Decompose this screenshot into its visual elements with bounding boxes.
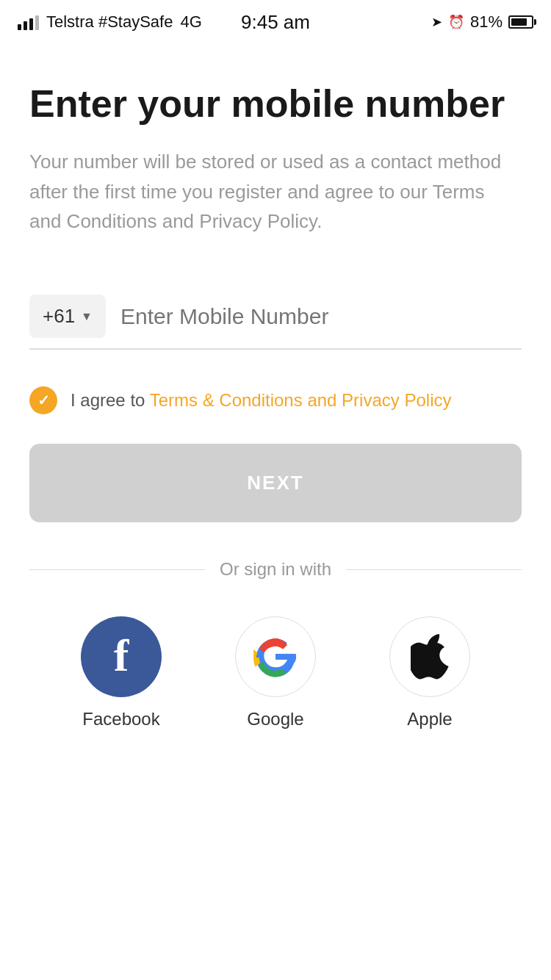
terms-text: I agree to Terms & Conditions and Privac… [71, 388, 451, 413]
google-signin-button[interactable]: Google [235, 616, 316, 729]
network-label: 4G [180, 12, 201, 32]
apple-icon [389, 616, 470, 697]
divider-text: Or sign in with [220, 559, 331, 580]
next-button[interactable]: NEXT [29, 444, 522, 522]
apple-signin-button[interactable]: Apple [389, 616, 470, 729]
terms-row: ✓ I agree to Terms & Conditions and Priv… [29, 386, 522, 414]
phone-number-input[interactable] [106, 295, 522, 338]
location-icon: ➤ [431, 14, 442, 30]
page-title: Enter your mobile number [29, 81, 522, 126]
main-content: Enter your mobile number Your number wil… [0, 44, 551, 759]
status-time: 9:45 am [241, 11, 310, 34]
status-bar: Telstra #StaySafe 4G 9:45 am ➤ ⏰ 81% [0, 0, 551, 44]
google-icon [235, 616, 316, 697]
status-left: Telstra #StaySafe 4G [18, 12, 202, 32]
chevron-down-icon: ▼ [81, 310, 93, 323]
country-code-button[interactable]: +61 ▼ [29, 295, 106, 338]
signal-icon [18, 14, 39, 30]
divider-row: Or sign in with [29, 559, 522, 580]
divider-line-left [29, 569, 205, 570]
apple-label: Apple [407, 709, 452, 729]
google-label: Google [247, 709, 303, 729]
terms-link[interactable]: Terms & Conditions and Privacy Policy [150, 390, 452, 410]
facebook-icon: f [81, 616, 162, 697]
page-description: Your number will be stored or used as a … [29, 147, 522, 236]
facebook-label: Facebook [82, 709, 159, 729]
divider-line-right [346, 569, 522, 570]
terms-checkbox[interactable]: ✓ [29, 386, 57, 414]
carrier-label: Telstra #StaySafe [46, 12, 173, 32]
social-row: f Facebook Google [29, 616, 522, 729]
battery-fill [511, 18, 527, 26]
alarm-icon: ⏰ [448, 14, 464, 30]
checkmark-icon: ✓ [37, 392, 50, 409]
facebook-signin-button[interactable]: f Facebook [81, 616, 162, 729]
status-right: ➤ ⏰ 81% [431, 12, 533, 32]
phone-input-row: +61 ▼ [29, 295, 522, 350]
battery-percentage: 81% [470, 12, 503, 32]
battery-icon [508, 15, 533, 29]
country-code-label: +61 [43, 305, 75, 328]
